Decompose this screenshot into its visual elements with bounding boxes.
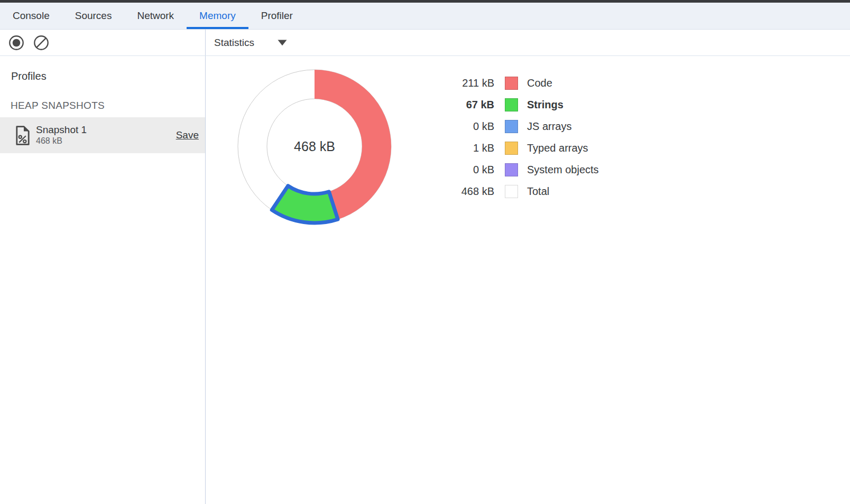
tab-network-label: Network bbox=[137, 10, 174, 22]
legend-row-strings[interactable]: 67 kBStrings bbox=[449, 94, 599, 116]
save-snapshot-link[interactable]: Save bbox=[176, 129, 199, 141]
legend-label: Code bbox=[527, 77, 552, 89]
memory-toolbar: Statistics bbox=[0, 30, 850, 56]
donut-ring-outline bbox=[267, 99, 362, 194]
tab-memory-label: Memory bbox=[199, 10, 236, 22]
toolbar-right: Statistics bbox=[206, 30, 850, 55]
triangle-down-icon bbox=[278, 40, 287, 46]
profiles-sidebar: Profiles HEAP SNAPSHOTS Snapshot 1 468 k… bbox=[0, 56, 206, 504]
legend-row-typed-arrays[interactable]: 1 kBTyped arrays bbox=[449, 137, 599, 159]
snapshot-text: Snapshot 1 468 kB bbox=[36, 124, 176, 146]
toolbar-left bbox=[0, 30, 206, 55]
tab-profiler[interactable]: Profiler bbox=[248, 3, 306, 29]
legend-swatch-icon bbox=[505, 163, 518, 176]
snapshot-name: Snapshot 1 bbox=[36, 124, 176, 136]
legend-value: 468 kB bbox=[449, 185, 494, 198]
legend-swatch-icon bbox=[505, 120, 518, 133]
legend-label: Typed arrays bbox=[527, 142, 588, 154]
sidebar-item-snapshot-1[interactable]: Snapshot 1 468 kB Save bbox=[0, 117, 205, 153]
statistics-view: 468 kB 211 kBCode67 kBStrings0 kBJS arra… bbox=[206, 56, 850, 504]
legend-row-total[interactable]: 468 kBTotal bbox=[449, 181, 599, 202]
legend-swatch-icon bbox=[505, 142, 518, 155]
view-selector-value: Statistics bbox=[214, 37, 254, 49]
legend-value: 67 kB bbox=[449, 99, 494, 111]
profiles-heading: Profiles bbox=[11, 70, 47, 82]
legend-label: Total bbox=[527, 185, 549, 198]
tab-network[interactable]: Network bbox=[124, 3, 187, 29]
tab-sources[interactable]: Sources bbox=[62, 3, 125, 29]
document-percent-icon bbox=[15, 126, 30, 145]
legend-swatch-icon bbox=[505, 98, 518, 111]
tab-sources-label: Sources bbox=[75, 10, 112, 22]
clear-profiles-button[interactable] bbox=[33, 35, 49, 51]
legend-label: Strings bbox=[527, 99, 563, 111]
heap-statistics-donut-chart[interactable]: 468 kB bbox=[230, 62, 399, 231]
legend-swatch-icon bbox=[505, 77, 518, 90]
legend-value: 1 kB bbox=[449, 142, 494, 154]
legend-value: 211 kB bbox=[449, 77, 494, 89]
legend-row-js-arrays[interactable]: 0 kBJS arrays bbox=[449, 116, 599, 137]
legend-swatch-icon bbox=[505, 185, 518, 198]
record-heap-snapshot-button[interactable] bbox=[8, 35, 24, 51]
record-icon bbox=[8, 35, 24, 51]
tab-console-label: Console bbox=[13, 10, 50, 22]
tab-console[interactable]: Console bbox=[0, 3, 62, 29]
legend: 211 kBCode67 kBStrings0 kBJS arrays1 kBT… bbox=[449, 72, 599, 202]
devtools-tab-bar: Console Sources Network Memory Profiler bbox=[0, 3, 850, 30]
tab-profiler-label: Profiler bbox=[261, 10, 293, 22]
legend-row-system-objects[interactable]: 0 kBSystem objects bbox=[449, 159, 599, 181]
legend-row-code[interactable]: 211 kBCode bbox=[449, 72, 599, 94]
donut-svg bbox=[230, 62, 399, 231]
tab-memory[interactable]: Memory bbox=[187, 3, 248, 29]
legend-label: JS arrays bbox=[527, 120, 571, 133]
legend-value: 0 kB bbox=[449, 120, 494, 133]
block-icon bbox=[33, 35, 49, 51]
view-selector[interactable]: Statistics bbox=[214, 37, 287, 49]
heap-snapshots-section-title: HEAP SNAPSHOTS bbox=[11, 100, 105, 111]
legend-value: 0 kB bbox=[449, 164, 494, 176]
snapshot-size: 468 kB bbox=[36, 136, 176, 146]
legend-label: System objects bbox=[527, 164, 599, 176]
donut-segment-strings[interactable] bbox=[272, 186, 338, 223]
